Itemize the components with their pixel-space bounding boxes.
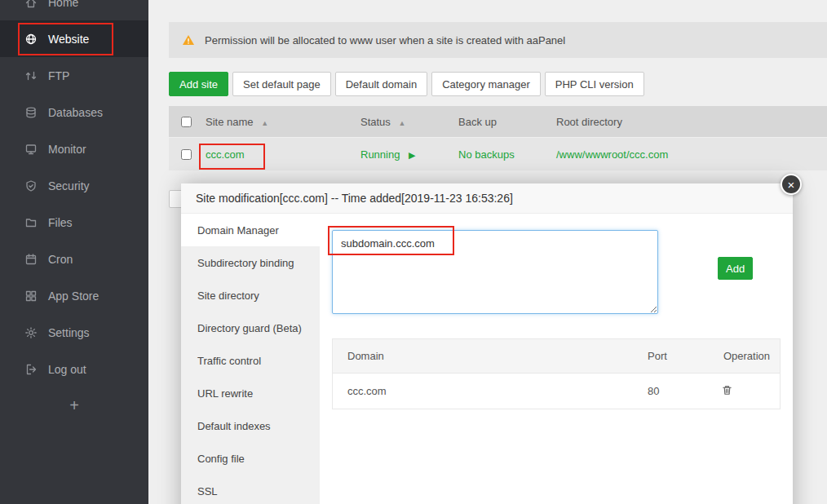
banner-text: Permission will be allocated to www user… (205, 34, 565, 46)
sidebar-item-label: App Store (48, 290, 99, 303)
sidebar-item-label: Settings (48, 326, 90, 339)
sidebar-item-label: Log out (48, 363, 86, 376)
sidebar-item-label: Cron (48, 253, 73, 266)
domain-table-row: ccc.com 80 (333, 374, 780, 409)
site-name-link[interactable]: ccc.com (206, 148, 245, 161)
sidebar-item-label: Monitor (48, 143, 86, 156)
tab-directory-guard[interactable]: Directory guard (Beta) (181, 312, 320, 344)
modal-header: Site modification[ccc.com] -- Time added… (181, 183, 793, 214)
modal-tab-list: Domain Manager Subdirectory binding Site… (181, 214, 320, 504)
sidebar-item-label: Files (48, 216, 73, 229)
site-table-header: Site name ▲ Status ▲ Back up Root direct… (169, 106, 827, 137)
site-table-row: ccc.com Running ▶ No backups /www/wwwroo… (169, 138, 827, 170)
sidebar-item-website[interactable]: Website (0, 20, 148, 57)
sidebar-item-label: Databases (48, 106, 103, 119)
set-default-page-button[interactable]: Set default page (232, 72, 331, 96)
domain-cell: ccc.com (333, 385, 641, 397)
tab-site-directory[interactable]: Site directory (181, 279, 320, 312)
sort-asc-icon[interactable]: ▲ (261, 119, 268, 127)
monitor-icon (24, 143, 38, 156)
calendar-icon (24, 253, 38, 266)
sidebar-item-databases[interactable]: Databases (0, 94, 148, 130)
sidebar-item-label: Home (48, 0, 78, 9)
modal-title: Site modification[ccc.com] -- Time added… (196, 192, 513, 205)
domain-input[interactable]: subdomain.ccc.com (332, 230, 658, 314)
tab-traffic-control[interactable]: Traffic control (181, 344, 320, 377)
tab-config-file[interactable]: Config file (181, 442, 320, 475)
category-manager-button[interactable]: Category manager (431, 72, 541, 96)
tab-url-rewrite[interactable]: URL rewrite (181, 377, 320, 409)
trash-icon[interactable] (721, 384, 733, 396)
close-icon[interactable]: × (781, 174, 802, 195)
sidebar-item-settings[interactable]: Settings (0, 314, 148, 351)
aapanel-page: Home Website FTP Databases Monitor (0, 0, 827, 504)
folder-icon (24, 216, 38, 229)
domain-table-header: Domain Port Operation (333, 339, 780, 374)
sidebar: Home Website FTP Databases Monitor (0, 0, 148, 504)
site-table: Site name ▲ Status ▲ Back up Root direct… (169, 106, 827, 170)
status-header[interactable]: Status (360, 116, 391, 128)
tab-domain-manager[interactable]: Domain Manager (181, 214, 320, 246)
backup-link[interactable]: No backups (458, 148, 515, 161)
sidebar-item-ftp[interactable]: FTP (0, 57, 148, 94)
play-icon: ▶ (409, 150, 415, 160)
select-all-checkbox[interactable] (181, 117, 192, 127)
gear-icon (24, 326, 38, 339)
sidebar-item-security[interactable]: Security (0, 167, 148, 204)
tab-default-indexes[interactable]: Default indexes (181, 409, 320, 442)
warning-icon (182, 33, 195, 46)
root-directory-link[interactable]: /www/wwwroot/ccc.com (556, 148, 668, 161)
sidebar-item-label: Website (48, 33, 89, 46)
operation-header: Operation (714, 350, 780, 362)
sidebar-item-cron[interactable]: Cron (0, 241, 148, 277)
status-running-link[interactable]: Running (360, 148, 400, 161)
row-checkbox[interactable] (181, 149, 192, 160)
default-domain-button[interactable]: Default domain (335, 72, 427, 96)
shield-icon (24, 179, 38, 192)
tab-subdirectory-binding[interactable]: Subdirectory binding (181, 246, 320, 279)
domain-header: Domain (333, 350, 641, 362)
php-cli-version-button[interactable]: PHP CLI version (545, 72, 644, 96)
sidebar-item-home[interactable]: Home (0, 0, 148, 20)
sidebar-add-button[interactable]: + (0, 387, 148, 424)
sidebar-item-log-out[interactable]: Log out (0, 351, 148, 387)
tab-ssl[interactable]: SSL (181, 475, 320, 504)
sidebar-item-label: FTP (48, 69, 69, 82)
home-icon (24, 0, 38, 9)
backup-header: Back up (458, 116, 497, 128)
sort-asc-icon[interactable]: ▲ (398, 119, 405, 127)
ftp-transfer-icon (24, 69, 38, 82)
permission-warning-banner: Permission will be allocated to www user… (169, 22, 827, 58)
root-directory-header: Root directory (556, 116, 622, 128)
grid-icon (24, 290, 38, 303)
port-header: Port (641, 350, 714, 362)
site-name-header[interactable]: Site name (206, 116, 254, 128)
toolbar: Add site Set default page Default domain… (169, 72, 827, 96)
logout-icon (24, 363, 38, 376)
database-icon (24, 106, 38, 119)
modal-body: Domain Manager Subdirectory binding Site… (181, 214, 793, 504)
domain-manager-panel: subdomain.ccc.com Add Domain Port Operat… (320, 214, 793, 504)
sidebar-item-app-store[interactable]: App Store (0, 277, 148, 314)
domain-table: Domain Port Operation ccc.com 80 (332, 338, 781, 409)
sidebar-item-monitor[interactable]: Monitor (0, 130, 148, 167)
port-cell: 80 (641, 385, 714, 397)
add-domain-button[interactable]: Add (718, 257, 753, 280)
sidebar-item-files[interactable]: Files (0, 204, 148, 241)
site-modification-modal: × Site modification[ccc.com] -- Time add… (181, 183, 793, 504)
sidebar-item-label: Security (48, 179, 90, 192)
globe-icon (24, 33, 38, 46)
add-site-button[interactable]: Add site (169, 72, 228, 96)
